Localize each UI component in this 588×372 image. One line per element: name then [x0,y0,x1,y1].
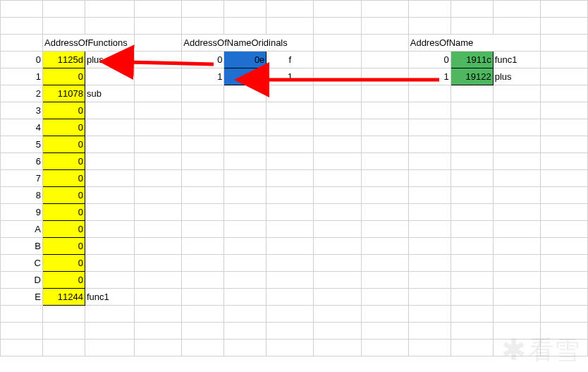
watermark-star-icon: ✱ [501,335,526,365]
watermark: ✱ 看雪 [501,335,580,365]
header-ordinals[interactable]: AddressOfNameOridinals [182,35,314,52]
func-idx-0[interactable]: 0 [1,52,43,68]
func-addr-B[interactable]: 0 [43,238,85,255]
func-name-E[interactable]: func1 [85,289,135,306]
func-idx-7[interactable]: 7 [1,170,43,187]
header-names[interactable]: AddresOfName [408,35,540,52]
func-addr-D[interactable]: 0 [43,272,85,289]
ord-idx-1[interactable]: 1 [182,68,224,85]
func-idx-B[interactable]: B [1,238,43,255]
func-idx-1[interactable]: 1 [1,68,43,85]
spreadsheet-table[interactable]: AddressOfFunctions AddressOfNameOridinal… [0,0,588,356]
func-addr-3[interactable]: 0 [43,102,85,119]
func-idx-5[interactable]: 5 [1,136,43,153]
header-functions[interactable]: AddressOfFunctions [43,35,135,52]
func-addr-0[interactable]: 1125d [43,52,85,68]
ord-note-0[interactable]: f [267,52,314,68]
name-addr-1[interactable]: 19122 [451,68,493,85]
func-idx-6[interactable]: 6 [1,153,43,170]
func-addr-1[interactable]: 0 [43,68,85,85]
grid-container: AddressOfFunctions AddressOfNameOridinal… [0,0,588,372]
func-idx-2[interactable]: 2 [1,85,43,102]
func-addr-9[interactable]: 0 [43,204,85,221]
func-idx-8[interactable]: 8 [1,187,43,204]
name-idx-0[interactable]: 0 [408,52,451,68]
func-addr-7[interactable]: 0 [43,170,85,187]
func-addr-2[interactable]: 11078 [43,85,85,102]
func-name-1[interactable] [85,68,135,85]
func-idx-D[interactable]: D [1,272,43,289]
func-addr-8[interactable]: 0 [43,187,85,204]
ord-note-1[interactable]: 1 [267,68,314,85]
func-addr-E[interactable]: 11244 [43,289,85,306]
name-name-1[interactable]: plus [493,68,540,85]
watermark-text: 看雪 [529,337,580,363]
name-addr-0[interactable]: 1911c [451,52,493,68]
ord-val-0[interactable]: 0e [224,52,267,68]
func-addr-4[interactable]: 0 [43,119,85,136]
func-idx-4[interactable]: 4 [1,119,43,136]
func-idx-3[interactable]: 3 [1,102,43,119]
func-addr-6[interactable]: 0 [43,153,85,170]
func-idx-9[interactable]: 9 [1,204,43,221]
name-idx-1[interactable]: 1 [408,68,451,85]
spreadsheet-sheet[interactable]: AddressOfFunctions AddressOfNameOridinal… [0,0,588,372]
func-idx-C[interactable]: C [1,255,43,272]
ord-val-1[interactable]: 0 [224,68,267,85]
name-name-0[interactable]: func1 [493,52,540,68]
func-name-0[interactable]: plus [85,52,135,68]
func-addr-C[interactable]: 0 [43,255,85,272]
func-addr-A[interactable]: 0 [43,221,85,238]
ord-idx-0[interactable]: 0 [182,52,224,68]
func-idx-E[interactable]: E [1,289,43,306]
func-addr-5[interactable]: 0 [43,136,85,153]
func-name-2[interactable]: sub [85,85,135,102]
func-idx-A[interactable]: A [1,221,43,238]
